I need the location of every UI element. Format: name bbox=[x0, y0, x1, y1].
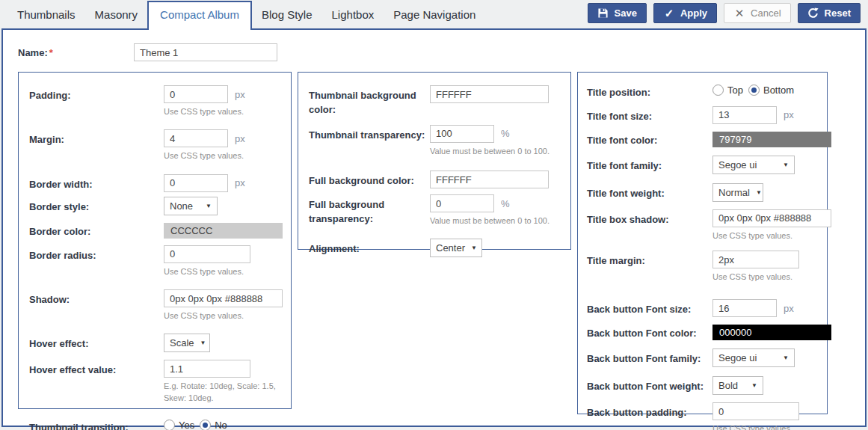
thumbnail-transition-label: Thumbnail transition: bbox=[29, 417, 164, 430]
chevron-down-icon: ▼ bbox=[756, 189, 762, 196]
position-top-radio[interactable]: Top bbox=[712, 85, 743, 96]
thumbnail-bg-color-label: Thumbnail background color: bbox=[309, 85, 430, 117]
title-font-color-swatch[interactable]: 797979 bbox=[712, 132, 831, 147]
cancel-button[interactable]: ✕ Cancel bbox=[724, 3, 790, 23]
thumbnail-transparency-input[interactable] bbox=[430, 125, 494, 143]
alignment-select[interactable]: Center ▼ bbox=[430, 239, 482, 257]
title-position-label: Title position: bbox=[587, 82, 712, 100]
title-font-size-input[interactable] bbox=[712, 106, 777, 124]
alignment-row: Alignment: Center ▼ bbox=[309, 239, 560, 257]
back-button-padding-input[interactable] bbox=[712, 402, 799, 420]
border-color-label: Border color: bbox=[29, 221, 164, 239]
thumbnail-style-panel: Padding: px Use CSS type values. Margin:… bbox=[18, 72, 292, 409]
tab-blog-style[interactable]: Blog Style bbox=[252, 1, 322, 28]
full-bg-color-input[interactable] bbox=[430, 171, 549, 188]
transition-yes-radio[interactable]: Yes bbox=[164, 420, 194, 430]
title-font-size-row: Title font size: px bbox=[587, 106, 818, 124]
border-style-select[interactable]: None ▼ bbox=[164, 197, 218, 215]
hover-effect-value-row: Hover effect value: E.g. Rotate: 10deg, … bbox=[29, 360, 280, 404]
title-box-shadow-help: Use CSS type values. bbox=[712, 230, 818, 242]
border-width-unit: px bbox=[235, 177, 245, 188]
chevron-down-icon: ▼ bbox=[206, 203, 212, 209]
title-font-family-label: Title font family: bbox=[587, 156, 712, 174]
back-button-font-family-select[interactable]: Segoe ui ▼ bbox=[712, 348, 795, 367]
reset-button-label: Reset bbox=[825, 7, 851, 19]
chevron-down-icon: ▼ bbox=[200, 340, 206, 346]
title-font-color-row: Title font color: 797979 bbox=[587, 130, 818, 148]
back-button-font-weight-row: Back button Font weight: Bold ▼ bbox=[587, 376, 818, 395]
back-button-font-size-input[interactable] bbox=[712, 299, 777, 317]
tab-lightbox[interactable]: Lightbox bbox=[322, 1, 384, 28]
back-button-font-color-row: Back button Font color: 000000 bbox=[587, 323, 818, 341]
title-margin-input[interactable] bbox=[712, 251, 799, 268]
title-font-family-select[interactable]: Segoe ui ▼ bbox=[712, 156, 795, 174]
title-margin-help: Use CSS type values. bbox=[712, 271, 818, 283]
tab-thumbnails[interactable]: Thumbnails bbox=[7, 1, 85, 28]
title-margin-label: Title margin: bbox=[587, 251, 712, 283]
apply-button-label: Apply bbox=[680, 7, 707, 19]
title-font-weight-label: Title font weight: bbox=[587, 183, 712, 202]
thumbnail-bg-color-input[interactable] bbox=[430, 85, 549, 103]
shadow-input[interactable] bbox=[164, 289, 283, 307]
thumbnail-bg-color-row: Thumbnail background color: bbox=[309, 85, 560, 117]
back-button-font-color-label: Back button Font color: bbox=[587, 323, 712, 341]
back-button-padding-row: Back button padding: Use CSS type values… bbox=[587, 402, 818, 430]
name-label: Name:* bbox=[18, 47, 134, 58]
close-icon: ✕ bbox=[733, 7, 745, 19]
full-bg-transparency-unit: % bbox=[501, 198, 510, 209]
padding-input[interactable] bbox=[164, 85, 228, 103]
hover-effect-row: Hover effect: Scale ▼ bbox=[29, 334, 280, 352]
hover-effect-value-input[interactable] bbox=[164, 360, 250, 378]
back-button-font-size-label: Back button Font size: bbox=[587, 299, 712, 317]
padding-help: Use CSS type values. bbox=[164, 106, 280, 117]
back-button-padding-label: Back button padding: bbox=[587, 402, 712, 430]
title-box-shadow-input[interactable] bbox=[712, 209, 831, 227]
save-button[interactable]: Save bbox=[588, 3, 647, 23]
title-position-radios: Top Bottom bbox=[712, 82, 818, 96]
apply-button[interactable]: ✓ Apply bbox=[653, 3, 717, 23]
radio-unselected-icon bbox=[164, 420, 175, 430]
theme-settings-form: Name:* Padding: px Use CSS type values. … bbox=[1, 28, 867, 427]
tab-masonry[interactable]: Masonry bbox=[85, 1, 148, 28]
border-width-label: Border width: bbox=[29, 174, 164, 192]
title-font-family-row: Title font family: Segoe ui ▼ bbox=[587, 156, 818, 174]
title-box-shadow-row: Title box shadow: Use CSS type values. bbox=[587, 209, 818, 242]
thumbnail-transparency-label: Thumbnail transparency: bbox=[309, 125, 430, 157]
tab-page-navigation[interactable]: Page Navigation bbox=[384, 1, 485, 28]
back-button-font-size-unit: px bbox=[784, 303, 794, 314]
radio-selected-icon bbox=[200, 420, 211, 430]
alignment-label: Alignment: bbox=[309, 239, 430, 257]
border-radius-label: Border radius: bbox=[29, 245, 164, 277]
border-style-row: Border style: None ▼ bbox=[29, 197, 280, 215]
back-button-font-weight-select[interactable]: Bold ▼ bbox=[712, 376, 763, 395]
title-font-size-unit: px bbox=[784, 109, 794, 120]
border-color-swatch[interactable]: CCCCCC bbox=[164, 223, 283, 239]
title-backbutton-panel: Title position: Top Bottom bbox=[577, 72, 828, 414]
border-width-input[interactable] bbox=[164, 174, 228, 192]
shadow-row: Shadow: Use CSS type values. bbox=[29, 289, 280, 322]
hover-effect-select[interactable]: Scale ▼ bbox=[164, 334, 210, 352]
back-button-font-color-swatch[interactable]: 000000 bbox=[712, 325, 831, 340]
margin-row: Margin: px Use CSS type values. bbox=[29, 129, 280, 162]
tab-compact-album[interactable]: Compact Album bbox=[147, 1, 252, 30]
position-bottom-radio[interactable]: Bottom bbox=[748, 85, 794, 96]
back-button-font-size-row: Back button Font size: px bbox=[587, 299, 818, 317]
hover-effect-value-help: E.g. Rotate: 10deg, Scale: 1.5, Skew: 10… bbox=[164, 381, 280, 404]
title-font-size-label: Title font size: bbox=[587, 106, 712, 124]
padding-label: Padding: bbox=[29, 85, 164, 117]
margin-input[interactable] bbox=[164, 129, 228, 147]
title-font-weight-row: Title font weight: Normal ▼ bbox=[587, 183, 818, 202]
required-asterisk: * bbox=[49, 47, 53, 58]
title-font-weight-select[interactable]: Normal ▼ bbox=[712, 183, 763, 202]
hover-effect-value-label: Hover effect value: bbox=[29, 360, 164, 404]
back-button-font-family-label: Back button Font family: bbox=[587, 348, 712, 367]
border-radius-row: Border radius: Use CSS type values. bbox=[29, 245, 280, 277]
padding-row: Padding: px Use CSS type values. bbox=[29, 85, 280, 117]
transition-no-radio[interactable]: No bbox=[200, 420, 227, 430]
full-bg-transparency-input[interactable] bbox=[430, 194, 494, 212]
refresh-icon bbox=[807, 7, 819, 19]
reset-button[interactable]: Reset bbox=[798, 3, 861, 23]
checkmark-icon: ✓ bbox=[663, 7, 675, 19]
border-radius-input[interactable] bbox=[164, 245, 250, 263]
name-input[interactable] bbox=[134, 43, 277, 61]
